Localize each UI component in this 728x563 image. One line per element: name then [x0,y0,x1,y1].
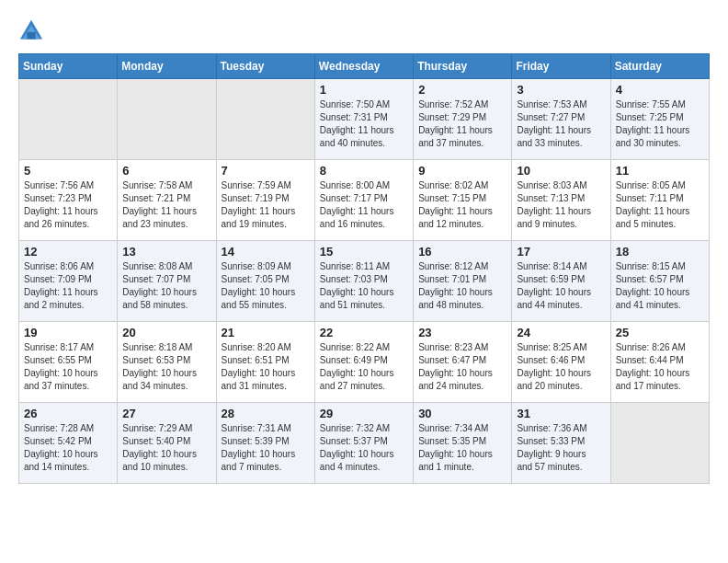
day-number: 24 [517,326,605,339]
day-number: 18 [616,245,704,259]
day-info: Sunrise: 8:23 AM Sunset: 6:47 PM Dayligh… [418,341,506,393]
day-info: Sunrise: 7:50 AM Sunset: 7:31 PM Dayligh… [320,98,408,150]
day-number: 10 [517,164,605,178]
day-info: Sunrise: 8:18 AM Sunset: 6:53 PM Dayligh… [122,341,210,393]
calendar-cell: 8Sunrise: 8:00 AM Sunset: 7:17 PM Daylig… [314,160,413,241]
calendar-cell: 3Sunrise: 7:53 AM Sunset: 7:27 PM Daylig… [512,79,610,160]
day-info: Sunrise: 7:53 AM Sunset: 7:27 PM Dayligh… [517,98,605,150]
calendar-cell [610,403,709,484]
calendar-cell: 21Sunrise: 8:20 AM Sunset: 6:51 PM Dayli… [216,322,314,403]
day-number: 13 [122,245,210,259]
calendar-cell: 18Sunrise: 8:15 AM Sunset: 6:57 PM Dayli… [610,241,709,322]
day-number: 27 [122,407,210,420]
calendar-cell: 29Sunrise: 7:32 AM Sunset: 5:37 PM Dayli… [314,403,413,484]
weekday-header-row: SundayMondayTuesdayWednesdayThursdayFrid… [19,54,710,79]
day-info: Sunrise: 8:25 AM Sunset: 6:46 PM Dayligh… [517,341,605,393]
calendar-cell: 27Sunrise: 7:29 AM Sunset: 5:40 PM Dayli… [118,403,216,484]
day-number: 14 [222,245,310,259]
day-info: Sunrise: 7:29 AM Sunset: 5:40 PM Dayligh… [122,422,210,474]
calendar-cell: 24Sunrise: 8:25 AM Sunset: 6:46 PM Dayli… [512,322,610,403]
day-number: 29 [320,407,408,420]
day-info: Sunrise: 8:11 AM Sunset: 7:03 PM Dayligh… [320,260,408,312]
day-info: Sunrise: 7:58 AM Sunset: 7:21 PM Dayligh… [122,179,210,231]
day-info: Sunrise: 7:34 AM Sunset: 5:35 PM Dayligh… [418,422,506,474]
calendar-cell: 11Sunrise: 8:05 AM Sunset: 7:11 PM Dayli… [610,160,709,241]
day-number: 5 [24,164,112,178]
day-number: 11 [616,164,704,178]
day-number: 25 [616,326,704,339]
day-info: Sunrise: 8:03 AM Sunset: 7:13 PM Dayligh… [517,179,605,231]
calendar-cell: 5Sunrise: 7:56 AM Sunset: 7:23 PM Daylig… [19,160,118,241]
day-info: Sunrise: 7:28 AM Sunset: 5:42 PM Dayligh… [24,422,112,474]
page: SundayMondayTuesdayWednesdayThursdayFrid… [0,0,728,493]
day-number: 12 [24,245,112,259]
day-info: Sunrise: 7:32 AM Sunset: 5:37 PM Dayligh… [320,422,408,474]
day-number: 4 [616,83,704,97]
day-info: Sunrise: 7:31 AM Sunset: 5:39 PM Dayligh… [222,422,310,474]
day-number: 15 [320,245,408,259]
calendar-cell: 1Sunrise: 7:50 AM Sunset: 7:31 PM Daylig… [314,79,413,160]
day-number: 7 [222,164,310,178]
calendar-cell [19,79,118,160]
calendar-cell: 25Sunrise: 8:26 AM Sunset: 6:44 PM Dayli… [610,322,709,403]
weekday-header-friday: Friday [512,54,610,79]
calendar-cell: 15Sunrise: 8:11 AM Sunset: 7:03 PM Dayli… [314,241,413,322]
calendar-cell: 2Sunrise: 7:52 AM Sunset: 7:29 PM Daylig… [414,79,512,160]
calendar-cell: 26Sunrise: 7:28 AM Sunset: 5:42 PM Dayli… [19,403,118,484]
calendar-cell [118,79,216,160]
day-info: Sunrise: 8:05 AM Sunset: 7:11 PM Dayligh… [616,179,704,231]
calendar-cell: 10Sunrise: 8:03 AM Sunset: 7:13 PM Dayli… [512,160,610,241]
day-number: 21 [222,326,310,339]
calendar-cell [216,79,314,160]
week-row-5: 26Sunrise: 7:28 AM Sunset: 5:42 PM Dayli… [19,403,710,484]
week-row-4: 19Sunrise: 8:17 AM Sunset: 6:55 PM Dayli… [19,322,710,403]
calendar-cell: 13Sunrise: 8:08 AM Sunset: 7:07 PM Dayli… [118,241,216,322]
svg-rect-2 [27,32,35,39]
day-info: Sunrise: 7:59 AM Sunset: 7:19 PM Dayligh… [222,179,310,231]
weekday-header-monday: Monday [118,54,216,79]
logo [18,18,48,44]
week-row-2: 5Sunrise: 7:56 AM Sunset: 7:23 PM Daylig… [19,160,710,241]
calendar-cell: 31Sunrise: 7:36 AM Sunset: 5:33 PM Dayli… [512,403,610,484]
weekday-header-wednesday: Wednesday [314,54,413,79]
calendar-cell: 9Sunrise: 8:02 AM Sunset: 7:15 PM Daylig… [414,160,512,241]
day-info: Sunrise: 7:36 AM Sunset: 5:33 PM Dayligh… [517,422,605,474]
day-info: Sunrise: 7:56 AM Sunset: 7:23 PM Dayligh… [24,179,112,231]
calendar-cell: 19Sunrise: 8:17 AM Sunset: 6:55 PM Dayli… [19,322,118,403]
week-row-3: 12Sunrise: 8:06 AM Sunset: 7:09 PM Dayli… [19,241,710,322]
day-number: 30 [418,407,506,420]
day-number: 26 [24,407,112,420]
header [18,18,710,44]
calendar-cell: 17Sunrise: 8:14 AM Sunset: 6:59 PM Dayli… [512,241,610,322]
calendar-cell: 23Sunrise: 8:23 AM Sunset: 6:47 PM Dayli… [414,322,512,403]
weekday-header-tuesday: Tuesday [216,54,314,79]
day-number: 3 [517,83,605,97]
day-info: Sunrise: 7:52 AM Sunset: 7:29 PM Dayligh… [418,98,506,150]
day-info: Sunrise: 8:14 AM Sunset: 6:59 PM Dayligh… [517,260,605,312]
weekday-header-thursday: Thursday [414,54,512,79]
calendar-cell: 20Sunrise: 8:18 AM Sunset: 6:53 PM Dayli… [118,322,216,403]
day-number: 9 [418,164,506,178]
logo-icon [18,18,44,44]
day-info: Sunrise: 8:00 AM Sunset: 7:17 PM Dayligh… [320,179,408,231]
day-number: 1 [320,83,408,97]
week-row-1: 1Sunrise: 7:50 AM Sunset: 7:31 PM Daylig… [19,79,710,160]
day-number: 19 [24,326,112,339]
day-number: 31 [517,407,605,420]
calendar-table: SundayMondayTuesdayWednesdayThursdayFrid… [18,53,710,484]
day-number: 8 [320,164,408,178]
day-number: 23 [418,326,506,339]
day-info: Sunrise: 8:02 AM Sunset: 7:15 PM Dayligh… [418,179,506,231]
calendar-cell: 30Sunrise: 7:34 AM Sunset: 5:35 PM Dayli… [414,403,512,484]
day-number: 6 [122,164,210,178]
calendar-cell: 22Sunrise: 8:22 AM Sunset: 6:49 PM Dayli… [314,322,413,403]
day-number: 16 [418,245,506,259]
weekday-header-sunday: Sunday [19,54,118,79]
weekday-header-saturday: Saturday [610,54,709,79]
day-number: 2 [418,83,506,97]
day-number: 20 [122,326,210,339]
calendar-cell: 12Sunrise: 8:06 AM Sunset: 7:09 PM Dayli… [19,241,118,322]
day-info: Sunrise: 8:09 AM Sunset: 7:05 PM Dayligh… [222,260,310,312]
day-info: Sunrise: 8:06 AM Sunset: 7:09 PM Dayligh… [24,260,112,312]
calendar-cell: 14Sunrise: 8:09 AM Sunset: 7:05 PM Dayli… [216,241,314,322]
